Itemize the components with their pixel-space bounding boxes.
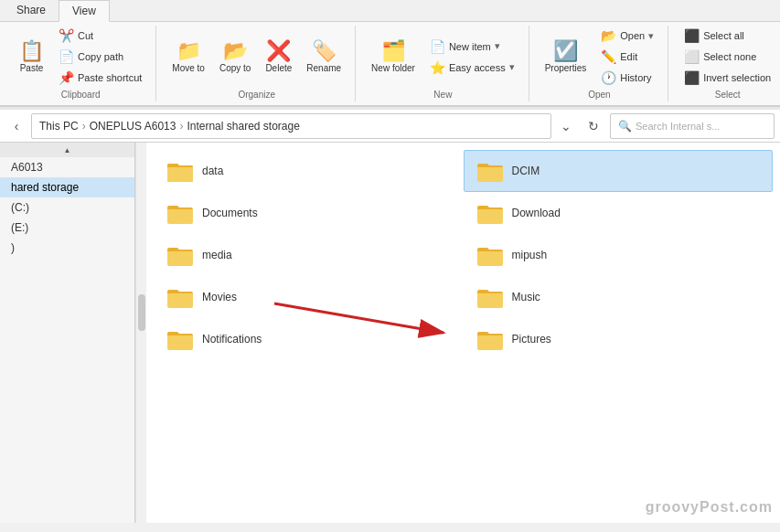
sidebar-item-other[interactable]: ) [0, 238, 134, 258]
new-label: New [365, 88, 521, 101]
separator-2: › [179, 120, 183, 133]
refresh-button[interactable]: ↻ [581, 113, 606, 139]
cut-button[interactable]: ✂️ Cut [52, 26, 148, 46]
select-all-button[interactable]: ⬛ Select all [678, 26, 777, 46]
select-label: Select [678, 88, 777, 101]
folder-icon-documents [166, 200, 195, 226]
file-item-notifications[interactable]: Notifications [154, 318, 464, 360]
file-item-pictures[interactable]: Pictures [464, 318, 774, 360]
delete-icon: ❌ [266, 41, 291, 61]
new-group: 🗂️ New folder 📄 New item ▾ ⭐ Easy access… [358, 26, 529, 101]
folder-icon-mipush [475, 242, 505, 268]
file-item-dcim[interactable]: DCIM [464, 150, 774, 192]
properties-button[interactable]: ☑️ Properties [539, 30, 593, 83]
open-button[interactable]: 📂 Open ▾ [594, 26, 660, 46]
file-name-data: data [202, 165, 223, 177]
back-button[interactable]: ‹ [5, 115, 27, 137]
rename-icon: 🏷️ [312, 41, 337, 61]
new-item-button[interactable]: 📄 New item ▾ [423, 37, 521, 57]
rename-button[interactable]: 🏷️ Rename [300, 30, 347, 83]
separator-1: › [82, 120, 86, 133]
tab-share[interactable]: Share [4, 0, 59, 21]
delete-button[interactable]: ❌ Delete [259, 30, 298, 83]
sidebar-item-c[interactable]: (C:) [0, 197, 134, 218]
copy-to-button[interactable]: 📂 Copy to [213, 30, 257, 83]
file-name-mipush: mipush [512, 249, 548, 261]
folder-icon-notifications [166, 326, 195, 352]
file-item-mipush[interactable]: mipush [464, 234, 774, 276]
file-item-download[interactable]: Download [464, 192, 774, 234]
folder-icon-movies [166, 284, 195, 310]
open-group: ☑️ Properties 📂 Open ▾ ✏️ Edit 🕐 [531, 26, 669, 101]
new-folder-icon: 🗂️ [381, 41, 406, 61]
copy-icon: 📂 [223, 41, 248, 61]
search-placeholder: Search Internal s... [636, 121, 720, 132]
paste-button[interactable]: 📋 Paste [13, 30, 50, 83]
sidebar-item-e[interactable]: (E:) [0, 218, 134, 238]
address-bar: ‹ This PC › ONEPLUS A6013 › Internal sha… [0, 110, 780, 143]
select-none-button[interactable]: ⬜ Select none [678, 47, 777, 67]
sidebar-item-a6013[interactable]: A6013 [0, 157, 134, 177]
sidebar-scroll-up[interactable]: ▲ [0, 143, 134, 157]
move-to-button[interactable]: 📁 Move to [166, 30, 211, 83]
open-label: Open [539, 88, 661, 101]
tab-view[interactable]: View [59, 0, 110, 22]
clipboard-small-buttons: ✂️ Cut 📄 Copy path 📌 Paste shortcut [52, 26, 148, 88]
file-name-notifications: Notifications [202, 333, 262, 346]
sidebar-items: A6013 hared storage (C:) (E:) ) [0, 157, 134, 523]
folder-icon-music [475, 284, 505, 310]
file-item-media[interactable]: media [154, 234, 464, 276]
invert-icon: ⬛ [684, 70, 700, 85]
path-storage[interactable]: Internal shared storage [187, 120, 299, 133]
history-icon: 🕐 [601, 70, 616, 85]
search-icon: 🔍 [618, 120, 632, 133]
dropdown-button[interactable]: ⌄ [555, 115, 577, 137]
file-name-music: Music [512, 291, 540, 303]
select-none-icon: ⬜ [684, 49, 700, 64]
file-item-music[interactable]: Music [464, 276, 774, 318]
edit-icon: ✏️ [601, 49, 616, 64]
sidebar-item-shared-storage[interactable]: hared storage [0, 177, 134, 197]
edit-button[interactable]: ✏️ Edit [594, 47, 660, 67]
search-box[interactable]: 🔍 Search Internal s... [610, 113, 775, 139]
paste-shortcut-icon: 📌 [59, 70, 74, 85]
clipboard-label: Clipboard [13, 88, 148, 101]
copy-path-icon: 📄 [59, 49, 74, 64]
properties-icon: ☑️ [553, 41, 578, 61]
path-device[interactable]: ONEPLUS A6013 [90, 120, 176, 133]
main-container: ▲ A6013 hared storage (C:) (E:) ) data [0, 143, 780, 523]
organize-group: 📁 Move to 📂 Copy to ❌ Delete 🏷️ Rename O… [158, 26, 356, 101]
folder-icon-dcim [475, 158, 505, 184]
easy-access-icon: ⭐ [430, 60, 445, 75]
clipboard-group: 📋 Paste ✂️ Cut 📄 Copy path 📌 Paste short… [5, 26, 156, 101]
folder-icon-data [166, 158, 195, 184]
file-name-download: Download [512, 207, 561, 219]
easy-access-button[interactable]: ⭐ Easy access ▾ [423, 58, 521, 78]
file-item-data[interactable]: data [154, 150, 464, 192]
address-path[interactable]: This PC › ONEPLUS A6013 › Internal share… [31, 113, 551, 139]
folder-icon-download [475, 200, 505, 226]
sidebar-scrollbar[interactable] [135, 143, 146, 523]
select-all-icon: ⬛ [684, 28, 700, 43]
file-name-dcim: DCIM [512, 165, 540, 177]
invert-selection-button[interactable]: ⬛ Invert selection [678, 68, 777, 88]
new-folder-button[interactable]: 🗂️ New folder [365, 30, 422, 83]
history-button[interactable]: 🕐 History [594, 68, 660, 88]
file-item-movies[interactable]: Movies [154, 276, 464, 318]
file-name-documents: Documents [202, 207, 258, 219]
copy-path-button[interactable]: 📄 Copy path [52, 47, 148, 67]
move-icon: 📁 [176, 41, 201, 61]
cut-icon: ✂️ [59, 28, 74, 43]
open-small-buttons: 📂 Open ▾ ✏️ Edit 🕐 History [594, 26, 660, 88]
folder-icon-media [166, 242, 195, 268]
paste-shortcut-button[interactable]: 📌 Paste shortcut [52, 68, 148, 88]
open-icon: 📂 [601, 28, 616, 43]
sidebar: ▲ A6013 hared storage (C:) (E:) ) [0, 143, 135, 523]
file-area: data DCIM Documents Download media [146, 143, 780, 523]
folder-icon-pictures [475, 326, 505, 352]
select-group: ⬛ Select all ⬜ Select none ⬛ Invert sele… [670, 26, 780, 101]
file-item-documents[interactable]: Documents [154, 192, 464, 234]
paste-icon: 📋 [19, 41, 44, 61]
path-thispc[interactable]: This PC [39, 120, 79, 133]
scrollbar-thumb [138, 294, 145, 331]
